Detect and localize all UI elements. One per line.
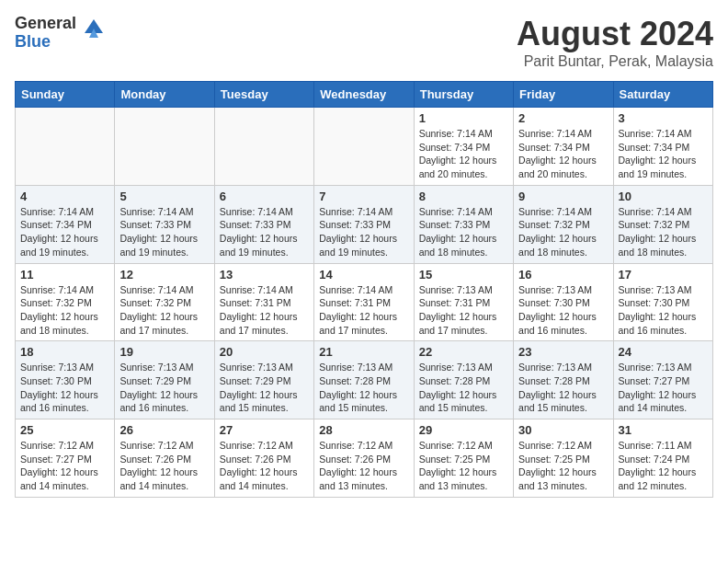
calendar-week-row: 18Sunrise: 7:13 AM Sunset: 7:30 PM Dayli… [16, 341, 713, 419]
page-title: August 2024 [517, 15, 713, 53]
day-info: Sunrise: 7:14 AM Sunset: 7:34 PM Dayligh… [419, 127, 508, 181]
day-number: 11 [20, 268, 109, 282]
calendar-cell: 6Sunrise: 7:14 AM Sunset: 7:33 PM Daylig… [214, 185, 313, 263]
calendar-cell: 22Sunrise: 7:13 AM Sunset: 7:28 PM Dayli… [414, 341, 513, 419]
day-number: 15 [419, 268, 508, 282]
day-number: 9 [518, 190, 608, 203]
day-info: Sunrise: 7:14 AM Sunset: 7:33 PM Dayligh… [319, 205, 408, 259]
calendar-cell: 17Sunrise: 7:13 AM Sunset: 7:30 PM Dayli… [613, 263, 712, 341]
calendar-cell: 30Sunrise: 7:12 AM Sunset: 7:25 PM Dayli… [514, 419, 613, 498]
day-number: 21 [319, 345, 408, 359]
weekday-header: Sunday [16, 82, 115, 108]
day-number: 23 [518, 345, 608, 359]
day-info: Sunrise: 7:12 AM Sunset: 7:27 PM Dayligh… [20, 439, 109, 493]
calendar-cell: 19Sunrise: 7:13 AM Sunset: 7:29 PM Dayli… [115, 341, 214, 419]
day-number: 19 [119, 345, 209, 359]
calendar-header-row: SundayMondayTuesdayWednesdayThursdayFrid… [16, 82, 713, 108]
day-info: Sunrise: 7:11 AM Sunset: 7:24 PM Dayligh… [619, 439, 708, 493]
calendar-cell: 13Sunrise: 7:14 AM Sunset: 7:31 PM Dayli… [214, 263, 313, 341]
calendar-cell: 27Sunrise: 7:12 AM Sunset: 7:26 PM Dayli… [214, 419, 313, 498]
calendar-cell: 7Sunrise: 7:14 AM Sunset: 7:33 PM Daylig… [314, 185, 414, 263]
day-number: 13 [220, 268, 309, 282]
logo-text: General Blue [15, 15, 76, 52]
day-info: Sunrise: 7:13 AM Sunset: 7:30 PM Dayligh… [619, 283, 708, 338]
calendar-week-row: 25Sunrise: 7:12 AM Sunset: 7:27 PM Dayli… [16, 419, 713, 498]
calendar-cell: 3Sunrise: 7:14 AM Sunset: 7:34 PM Daylig… [613, 108, 712, 186]
weekday-header: Saturday [613, 82, 712, 108]
day-number: 27 [220, 423, 309, 437]
day-info: Sunrise: 7:14 AM Sunset: 7:34 PM Dayligh… [20, 205, 109, 259]
calendar-week-row: 11Sunrise: 7:14 AM Sunset: 7:32 PM Dayli… [16, 263, 713, 341]
calendar-week-row: 1Sunrise: 7:14 AM Sunset: 7:34 PM Daylig… [16, 108, 713, 186]
day-info: Sunrise: 7:12 AM Sunset: 7:25 PM Dayligh… [518, 439, 608, 493]
calendar-cell: 31Sunrise: 7:11 AM Sunset: 7:24 PM Dayli… [613, 419, 712, 498]
logo-general: General [15, 15, 76, 33]
logo-blue: Blue [15, 33, 76, 52]
calendar-cell: 28Sunrise: 7:12 AM Sunset: 7:26 PM Dayli… [314, 419, 414, 498]
day-number: 4 [20, 190, 109, 203]
day-info: Sunrise: 7:14 AM Sunset: 7:32 PM Dayligh… [119, 283, 209, 338]
day-info: Sunrise: 7:14 AM Sunset: 7:34 PM Dayligh… [619, 127, 708, 181]
logo: General Blue [15, 15, 108, 52]
calendar-cell [314, 108, 414, 186]
day-info: Sunrise: 7:13 AM Sunset: 7:31 PM Dayligh… [419, 283, 508, 338]
day-number: 7 [319, 190, 408, 203]
day-number: 10 [619, 190, 708, 203]
day-info: Sunrise: 7:12 AM Sunset: 7:26 PM Dayligh… [119, 439, 209, 493]
calendar-cell: 12Sunrise: 7:14 AM Sunset: 7:32 PM Dayli… [115, 263, 214, 341]
calendar-cell: 21Sunrise: 7:13 AM Sunset: 7:28 PM Dayli… [314, 341, 414, 419]
day-info: Sunrise: 7:13 AM Sunset: 7:30 PM Dayligh… [20, 361, 109, 415]
day-number: 26 [119, 423, 209, 437]
day-number: 20 [220, 345, 309, 359]
day-info: Sunrise: 7:12 AM Sunset: 7:26 PM Dayligh… [319, 439, 408, 493]
day-info: Sunrise: 7:13 AM Sunset: 7:27 PM Dayligh… [619, 361, 708, 415]
day-number: 2 [518, 111, 608, 125]
day-number: 30 [518, 423, 608, 437]
weekday-header: Tuesday [214, 82, 313, 108]
calendar-cell: 2Sunrise: 7:14 AM Sunset: 7:34 PM Daylig… [514, 108, 613, 186]
page-subtitle: Parit Buntar, Perak, Malaysia [517, 53, 713, 70]
calendar-cell: 20Sunrise: 7:13 AM Sunset: 7:29 PM Dayli… [214, 341, 313, 419]
calendar-cell: 1Sunrise: 7:14 AM Sunset: 7:34 PM Daylig… [414, 108, 513, 186]
calendar-cell: 23Sunrise: 7:13 AM Sunset: 7:28 PM Dayli… [514, 341, 613, 419]
weekday-header: Friday [514, 82, 613, 108]
calendar-cell: 25Sunrise: 7:12 AM Sunset: 7:27 PM Dayli… [16, 419, 115, 498]
calendar-cell: 29Sunrise: 7:12 AM Sunset: 7:25 PM Dayli… [414, 419, 513, 498]
title-area: August 2024 Parit Buntar, Perak, Malaysi… [517, 15, 713, 70]
day-info: Sunrise: 7:14 AM Sunset: 7:31 PM Dayligh… [220, 283, 309, 338]
day-info: Sunrise: 7:13 AM Sunset: 7:28 PM Dayligh… [319, 361, 408, 415]
day-number: 16 [518, 268, 608, 282]
day-info: Sunrise: 7:13 AM Sunset: 7:28 PM Dayligh… [419, 361, 508, 415]
day-number: 17 [619, 268, 708, 282]
day-info: Sunrise: 7:14 AM Sunset: 7:32 PM Dayligh… [518, 205, 608, 259]
day-number: 28 [319, 423, 408, 437]
day-number: 14 [319, 268, 408, 282]
calendar-cell: 8Sunrise: 7:14 AM Sunset: 7:33 PM Daylig… [414, 185, 513, 263]
day-info: Sunrise: 7:14 AM Sunset: 7:34 PM Dayligh… [518, 127, 608, 181]
weekday-header: Wednesday [314, 82, 414, 108]
calendar-cell [214, 108, 313, 186]
day-number: 29 [419, 423, 508, 437]
calendar-cell: 5Sunrise: 7:14 AM Sunset: 7:33 PM Daylig… [115, 185, 214, 263]
day-number: 12 [119, 268, 209, 282]
calendar-week-row: 4Sunrise: 7:14 AM Sunset: 7:34 PM Daylig… [16, 185, 713, 263]
calendar-cell: 11Sunrise: 7:14 AM Sunset: 7:32 PM Dayli… [16, 263, 115, 341]
calendar-cell: 4Sunrise: 7:14 AM Sunset: 7:34 PM Daylig… [16, 185, 115, 263]
day-info: Sunrise: 7:13 AM Sunset: 7:30 PM Dayligh… [518, 283, 608, 338]
day-info: Sunrise: 7:13 AM Sunset: 7:29 PM Dayligh… [119, 361, 209, 415]
day-info: Sunrise: 7:14 AM Sunset: 7:33 PM Dayligh… [419, 205, 508, 259]
logo-icon [80, 15, 108, 42]
day-info: Sunrise: 7:12 AM Sunset: 7:25 PM Dayligh… [419, 439, 508, 493]
calendar-cell: 18Sunrise: 7:13 AM Sunset: 7:30 PM Dayli… [16, 341, 115, 419]
day-info: Sunrise: 7:14 AM Sunset: 7:33 PM Dayligh… [119, 205, 209, 259]
day-info: Sunrise: 7:13 AM Sunset: 7:28 PM Dayligh… [518, 361, 608, 415]
day-info: Sunrise: 7:13 AM Sunset: 7:29 PM Dayligh… [220, 361, 309, 415]
day-info: Sunrise: 7:14 AM Sunset: 7:33 PM Dayligh… [220, 205, 309, 259]
day-info: Sunrise: 7:14 AM Sunset: 7:32 PM Dayligh… [20, 283, 109, 338]
calendar-cell: 10Sunrise: 7:14 AM Sunset: 7:32 PM Dayli… [613, 185, 712, 263]
day-info: Sunrise: 7:12 AM Sunset: 7:26 PM Dayligh… [220, 439, 309, 493]
day-info: Sunrise: 7:14 AM Sunset: 7:32 PM Dayligh… [619, 205, 708, 259]
day-number: 6 [220, 190, 309, 203]
day-number: 1 [419, 111, 508, 125]
day-info: Sunrise: 7:14 AM Sunset: 7:31 PM Dayligh… [319, 283, 408, 338]
